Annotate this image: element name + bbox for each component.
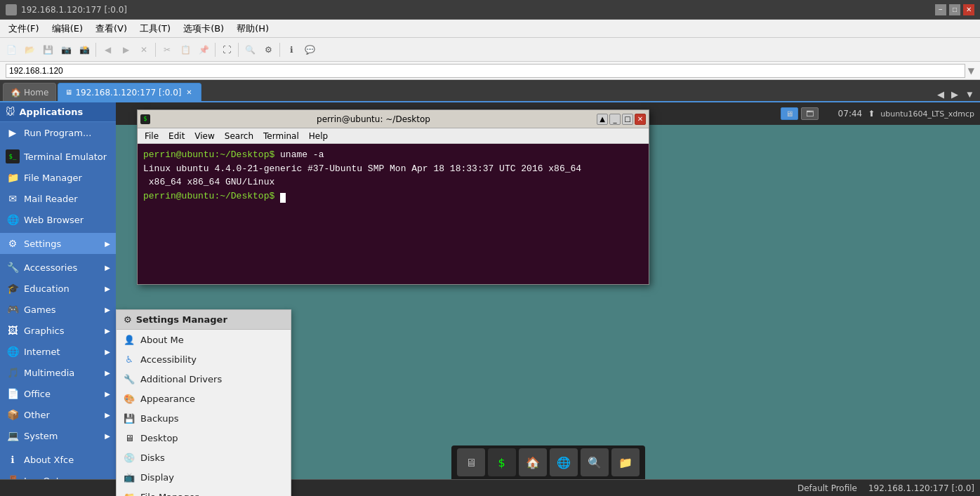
- graphics-label: Graphics: [24, 326, 64, 336]
- menu-settings[interactable]: ⚙ Settings ▶: [0, 233, 116, 254]
- close-button[interactable]: ✕: [963, 4, 974, 15]
- tb-settings-btn[interactable]: ⚙: [260, 41, 277, 58]
- terminal-close[interactable]: ✕: [635, 114, 646, 125]
- menu-view[interactable]: 查看(V): [90, 21, 133, 36]
- submenu-additional-drivers[interactable]: 🔧 Additional Drivers: [117, 369, 291, 389]
- menu-about-xfce[interactable]: ℹ About Xfce: [0, 449, 116, 470]
- menu-education[interactable]: 🎓 Education ▶: [0, 278, 116, 299]
- other-label: Other: [24, 410, 50, 420]
- menu-internet[interactable]: 🌐 Internet ▶: [0, 341, 116, 362]
- remote-window-btn[interactable]: 🗔: [801, 107, 819, 120]
- file-manager-label: File Manager: [24, 173, 82, 183]
- toolbar-separator-2: [155, 43, 156, 57]
- menu-office[interactable]: 📄 Office ▶: [0, 383, 116, 404]
- menu-edit[interactable]: 编辑(E): [46, 21, 88, 36]
- menu-tools[interactable]: 工具(T): [134, 21, 176, 36]
- menu-help[interactable]: 帮助(H): [231, 21, 274, 36]
- taskbar-browser-icon[interactable]: 🌐: [550, 448, 578, 476]
- internet-icon: 🌐: [6, 344, 20, 358]
- tb-paste-button[interactable]: 📌: [195, 41, 212, 58]
- tb-cut-button[interactable]: ✂: [159, 41, 176, 58]
- terminal-menu-terminal[interactable]: Terminal: [259, 130, 303, 142]
- menu-mail-reader[interactable]: ✉ Mail Reader: [0, 188, 116, 209]
- tb-copy-button[interactable]: 📋: [177, 41, 194, 58]
- tb-new-button[interactable]: 📄: [3, 41, 20, 58]
- app-icon: [6, 4, 17, 15]
- terminal-menu-file[interactable]: File: [140, 130, 163, 142]
- menu-graphics[interactable]: 🖼 Graphics ▶: [0, 320, 116, 341]
- menu-other[interactable]: 📦 Other ▶: [0, 404, 116, 425]
- tb-screenshot-button[interactable]: 📷: [58, 41, 74, 58]
- tb-zoom-button[interactable]: 🔍: [241, 41, 258, 58]
- taskbar-search-icon[interactable]: 🔍: [581, 448, 609, 476]
- tab-nav-right[interactable]: ▶: [948, 88, 961, 101]
- menu-tabs[interactable]: 选项卡(B): [178, 21, 230, 36]
- tb-forward-button[interactable]: ▶: [117, 41, 134, 58]
- internet-label: Internet: [24, 347, 60, 357]
- submenu-file-manager[interactable]: 📁 File Manager: [117, 487, 291, 496]
- submenu-about-me[interactable]: 👤 About Me: [117, 330, 291, 349]
- terminal-menu-bar: File Edit View Search Terminal Help: [138, 128, 649, 144]
- menu-run-program[interactable]: ▶ Run Program...: [0, 122, 116, 143]
- tb-fullscreen-button[interactable]: ⛶: [218, 41, 235, 58]
- tb-info-button[interactable]: ℹ: [283, 41, 300, 58]
- taskbar-terminal-icon[interactable]: $: [488, 448, 516, 476]
- tab-nav-menu[interactable]: ▼: [962, 88, 977, 101]
- multimedia-icon: 🎵: [6, 366, 20, 380]
- menu-file[interactable]: 文件(F): [3, 21, 45, 36]
- terminal-line-1: perrin@ubuntu:~/Desktop$ uname -a: [143, 148, 643, 162]
- terminal-window-title: perrin@ubuntu: ~/Desktop: [153, 114, 594, 124]
- submenu-disks[interactable]: 💿 Disks: [117, 448, 291, 467]
- menu-web-browser[interactable]: 🌐 Web Browser: [0, 209, 116, 230]
- submenu-backups[interactable]: 💾 Backups: [117, 408, 291, 428]
- education-icon: 🎓: [6, 281, 20, 295]
- terminal-menu-view[interactable]: View: [190, 130, 218, 142]
- tb-screenshot2-button[interactable]: 📸: [76, 41, 93, 58]
- terminal-menu-edit[interactable]: Edit: [164, 130, 189, 142]
- terminal-menu-search[interactable]: Search: [220, 130, 258, 142]
- tb-back-button[interactable]: ◀: [99, 41, 116, 58]
- menu-system[interactable]: 💻 System ▶: [0, 425, 116, 446]
- system-label: System: [24, 431, 58, 441]
- taskbar-desktop-icon[interactable]: 🖥: [457, 448, 485, 476]
- address-dropdown[interactable]: ▼: [968, 66, 974, 76]
- home-tab-icon: 🏠: [11, 88, 21, 98]
- submenu-accessibility[interactable]: ♿ Accessibility: [117, 349, 291, 369]
- submenu-display[interactable]: 📺 Display: [117, 467, 291, 487]
- maximize-button[interactable]: □: [949, 4, 960, 15]
- toolbar-separator-1: [95, 43, 96, 57]
- tb-save-button[interactable]: 💾: [39, 41, 56, 58]
- toolbar-separator-5: [279, 43, 280, 57]
- terminal-prompt-2: perrin@ubuntu:~/Desktop$: [143, 191, 280, 201]
- menu-multimedia[interactable]: 🎵 Multimedia ▶: [0, 362, 116, 383]
- tab-home[interactable]: 🏠 Home: [3, 83, 56, 101]
- terminal-maximize[interactable]: □: [622, 114, 633, 125]
- terminal-content[interactable]: perrin@ubuntu:~/Desktop$ uname -a Linux …: [138, 144, 649, 284]
- tab-remote[interactable]: 🖥 192.168.1.120:177 [:0.0] ✕: [58, 83, 201, 101]
- tb-chat-button[interactable]: 💬: [301, 41, 318, 58]
- about-xfce-label: About Xfce: [24, 455, 74, 465]
- tab-close-button[interactable]: ✕: [184, 88, 194, 98]
- tab-navigation: ◀ ▶ ▼: [934, 88, 977, 101]
- menu-accessories[interactable]: 🔧 Accessories ▶: [0, 257, 116, 278]
- menu-games[interactable]: 🎮 Games ▶: [0, 299, 116, 320]
- submenu-desktop[interactable]: 🖥 Desktop: [117, 428, 291, 448]
- menu-file-manager[interactable]: 📁 File Manager: [0, 167, 116, 188]
- taskbar-files-icon[interactable]: 🏠: [519, 448, 547, 476]
- tb-open-button[interactable]: 📂: [21, 41, 38, 58]
- minimize-button[interactable]: −: [935, 4, 946, 15]
- address-input[interactable]: [6, 64, 965, 78]
- tab-nav-left[interactable]: ◀: [934, 88, 947, 101]
- terminal-minimize[interactable]: _: [609, 114, 621, 125]
- terminal-scroll-up[interactable]: ▲: [597, 114, 608, 125]
- menu-log-out[interactable]: 🚪 Log Out: [0, 470, 116, 479]
- submenu-appearance[interactable]: 🎨 Appearance: [117, 389, 291, 408]
- menu-terminal[interactable]: $_ Terminal Emulator: [0, 146, 116, 167]
- tb-stop-button[interactable]: ✕: [135, 41, 152, 58]
- terminal-cursor: [280, 193, 286, 203]
- taskbar-folder-icon[interactable]: 📁: [611, 448, 640, 476]
- remote-monitor-btn[interactable]: 🖥: [781, 107, 798, 120]
- terminal-menu-help[interactable]: Help: [305, 130, 332, 142]
- accessibility-label: Accessibility: [140, 354, 197, 365]
- terminal-icon-area: $: [140, 114, 150, 124]
